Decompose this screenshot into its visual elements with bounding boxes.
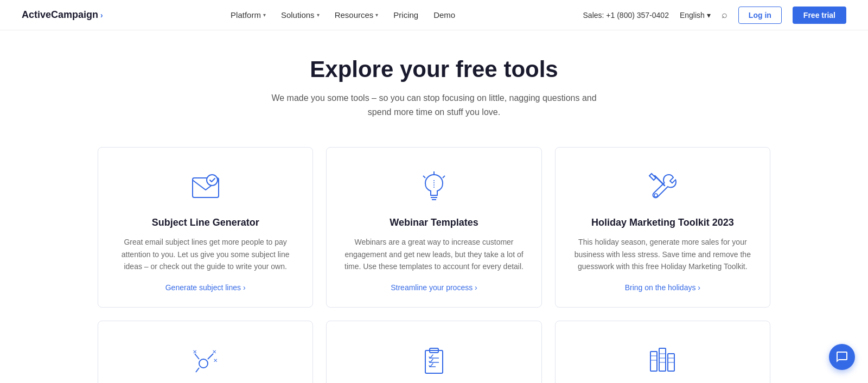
language-selector[interactable]: English ▾ (680, 11, 711, 20)
nav-solutions[interactable]: Solutions ▾ (281, 10, 320, 20)
crm-icon (643, 341, 682, 380)
page-title: Explore your free tools (22, 56, 846, 82)
freelancer-icon: ✕ ✕ ✕ (186, 341, 225, 380)
card-description: Great email subject lines get more peopl… (113, 236, 297, 272)
email-icon (186, 167, 225, 206)
nav-pricing[interactable]: Pricing (393, 10, 418, 20)
card-link[interactable]: Bring on the holidays › (625, 283, 700, 292)
chat-bubble-button[interactable] (829, 344, 855, 370)
card-description: Webinars are a great way to increase cus… (342, 236, 526, 272)
login-button[interactable]: Log in (738, 7, 782, 24)
nav-resources[interactable]: Resources ▾ (335, 10, 379, 20)
nav-demo[interactable]: Demo (433, 10, 455, 20)
chevron-down-icon: ▾ (707, 11, 711, 20)
card-crm-template: CRM Template It can be a headache to get… (555, 321, 770, 383)
card-link[interactable]: Streamline your process › (391, 283, 477, 292)
brand-arrow: › (100, 11, 103, 20)
card-subject-line-generator: Subject Line Generator Great email subje… (98, 147, 313, 308)
hero-subtitle: We made you some tools – so you can stop… (260, 91, 608, 119)
brand-name: ActiveCampaign (22, 9, 98, 21)
card-freelancer-resources: ✕ ✕ ✕ Freelancer Resources Want to offer… (98, 321, 313, 383)
svg-rect-23 (659, 348, 666, 371)
chevron-down-icon: ▾ (375, 12, 378, 18)
free-trial-button[interactable]: Free trial (793, 7, 846, 24)
brand-logo[interactable]: ActiveCampaign › (22, 9, 103, 21)
nav-right: Sales: +1 (800) 357-0402 English ▾ ⌕ Log… (583, 7, 846, 24)
svg-line-5 (423, 176, 425, 178)
svg-line-6 (443, 176, 445, 178)
hero-section: Explore your free tools We made you some… (0, 30, 868, 130)
tools-icon (643, 167, 682, 206)
card-title: Webinar Templates (390, 217, 478, 228)
svg-rect-22 (650, 352, 657, 371)
card-title: Holiday Marketing Toolkit 2023 (591, 217, 734, 228)
svg-text:✕: ✕ (212, 349, 216, 355)
clipboard-icon (414, 341, 454, 380)
card-holiday-marketing: Holiday Marketing Toolkit 2023 This holi… (555, 147, 770, 308)
svg-point-9 (654, 194, 658, 197)
card-link[interactable]: Generate subject lines › (165, 283, 246, 292)
tools-grid: Subject Line Generator Great email subje… (54, 130, 814, 383)
card-webinar-templates: Webinar Templates Webinars are a great w… (326, 147, 541, 308)
svg-text:✕: ✕ (193, 349, 197, 355)
svg-line-13 (196, 368, 199, 372)
sales-phone: Sales: +1 (800) 357-0402 (583, 11, 669, 20)
svg-point-1 (207, 175, 218, 186)
card-saas-audit: SaaS Homepage Audit Worksheet How do you… (326, 321, 541, 383)
svg-text:✕: ✕ (213, 358, 218, 363)
nav-links: Platform ▾ Solutions ▾ Resources ▾ Prici… (231, 10, 455, 20)
card-title: Subject Line Generator (152, 217, 259, 228)
lightbulb-icon (414, 167, 454, 206)
chevron-down-icon: ▾ (317, 12, 320, 18)
search-icon[interactable]: ⌕ (722, 9, 727, 21)
chevron-down-icon: ▾ (263, 12, 266, 18)
svg-point-10 (199, 359, 208, 368)
svg-rect-17 (425, 350, 443, 373)
main-nav: ActiveCampaign › Platform ▾ Solutions ▾ … (0, 0, 868, 30)
card-description: This holiday season, generate more sales… (571, 236, 755, 272)
nav-platform[interactable]: Platform ▾ (231, 10, 266, 20)
